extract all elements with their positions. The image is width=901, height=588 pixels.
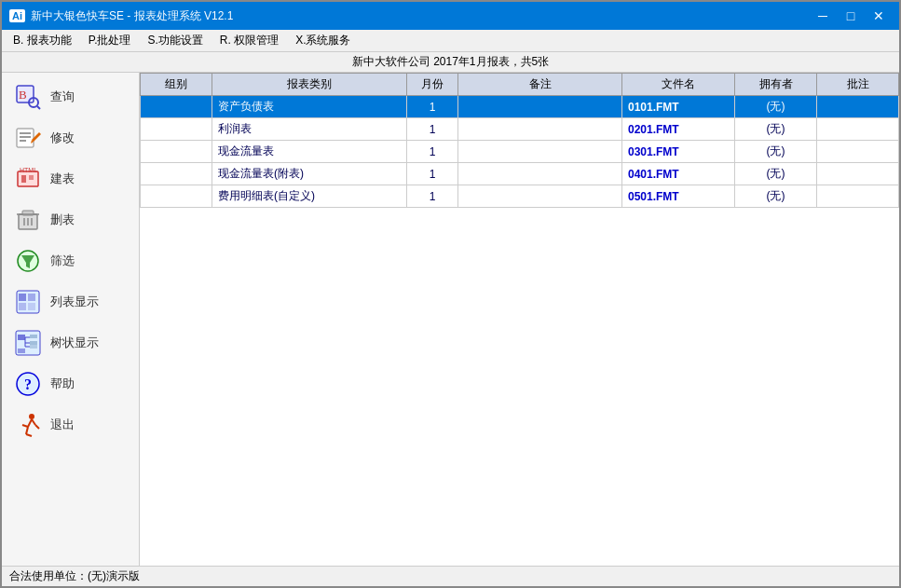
table-cell [141, 185, 212, 208]
table-cell [817, 185, 899, 208]
search-icon: B [13, 82, 43, 112]
table-cell [458, 96, 622, 118]
svg-rect-36 [18, 349, 25, 353]
col-header-group: 组别 [141, 74, 212, 96]
col-header-note: 备注 [458, 74, 622, 96]
title-bar: Ai 新中大银色快车SE - 报表处理系统 V12.1 ─ □ ✕ [2, 2, 899, 30]
table-row[interactable]: 现金流量表(附表)10401.FMT(无) [141, 163, 899, 185]
table-cell: 0501.FMT [622, 185, 735, 208]
svg-rect-26 [28, 303, 35, 310]
svg-rect-28 [18, 335, 25, 340]
sidebar-label-exit: 退出 [50, 417, 75, 433]
sidebar-item-listview[interactable]: 列表显示 [2, 281, 139, 322]
sidebar-item-edit[interactable]: 修改 [2, 117, 139, 158]
table-cell [817, 163, 899, 185]
table-cell [141, 141, 212, 163]
sidebar-label-treeview: 树状显示 [50, 335, 99, 351]
table-cell: 现金流量表(附表) [212, 163, 407, 185]
table-cell: 1 [407, 118, 458, 141]
filter-icon [13, 246, 43, 276]
sidebar-label-search: 查询 [50, 89, 75, 105]
status-text: 合法使用单位：(无)演示版 [9, 568, 140, 584]
svg-rect-35 [30, 345, 37, 349]
sidebar-item-build[interactable]: HTML 建表 [2, 158, 139, 199]
table-cell [458, 185, 622, 208]
app-logo: Ai [9, 9, 25, 22]
table-cell [141, 118, 212, 141]
svg-rect-25 [19, 303, 26, 310]
sidebar-label-filter: 筛选 [50, 253, 75, 269]
title-bar-controls: ─ □ ✕ [810, 7, 892, 25]
table-cell: (无) [735, 96, 817, 118]
table-cell: (无) [735, 163, 817, 185]
table-cell [141, 163, 212, 185]
sidebar-label-listview: 列表显示 [50, 294, 99, 310]
svg-line-42 [26, 427, 28, 434]
svg-rect-10 [18, 171, 38, 186]
sidebar: B 查询 修改 [2, 73, 140, 569]
table-row[interactable]: 现金流量表10301.FMT(无) [141, 141, 899, 163]
sidebar-item-exit[interactable]: 退出 [2, 404, 139, 445]
menu-report-function[interactable]: B. 报表功能 [6, 31, 79, 50]
table-cell: (无) [735, 185, 817, 208]
menu-batch[interactable]: P.批处理 [81, 31, 139, 50]
treeview-icon [13, 328, 43, 358]
svg-text:B: B [19, 88, 27, 102]
table-header-row: 组别 报表类别 月份 备注 文件名 拥有者 批注 [141, 74, 899, 96]
table-body: 资产负债表10101.FMT(无)利润表10201.FMT(无)现金流量表103… [141, 96, 899, 208]
info-text: 新中大软件公司 2017年1月报表，共5张 [352, 54, 549, 70]
menu-settings[interactable]: S.功能设置 [140, 31, 210, 50]
table-cell: 资产负债表 [212, 96, 407, 118]
table-row[interactable]: 利润表10201.FMT(无) [141, 118, 899, 141]
sidebar-item-filter[interactable]: 筛选 [2, 240, 139, 281]
table-cell: 0401.FMT [622, 163, 735, 185]
sidebar-item-delete[interactable]: 删表 [2, 199, 139, 240]
table-cell [817, 141, 899, 163]
table-cell [817, 96, 899, 118]
title-text: 新中大银色快车SE - 报表处理系统 V12.1 [31, 8, 233, 24]
svg-line-3 [37, 106, 40, 109]
table-cell: 0301.FMT [622, 141, 735, 163]
table-cell [458, 163, 622, 185]
data-table: 组别 报表类别 月份 备注 文件名 拥有者 批注 资产负债表10101.FMT(… [140, 73, 899, 208]
svg-text:?: ? [24, 376, 32, 392]
table-row[interactable]: 资产负债表10101.FMT(无) [141, 96, 899, 118]
table-cell: 费用明细表(自定义) [212, 185, 407, 208]
minimize-button[interactable]: ─ [810, 7, 836, 25]
help-icon: ? [13, 369, 43, 399]
svg-rect-24 [28, 294, 35, 301]
menu-bar: B. 报表功能 P.批处理 S.功能设置 R. 权限管理 X.系统服务 [2, 30, 899, 52]
table-cell: 1 [407, 96, 458, 118]
table-cell: 1 [407, 141, 458, 163]
menu-permissions[interactable]: R. 权限管理 [212, 31, 286, 50]
svg-line-43 [26, 434, 32, 436]
table-cell: 1 [407, 185, 458, 208]
table-cell: 0101.FMT [622, 96, 735, 118]
table-cell: (无) [735, 141, 817, 163]
table-cell: 利润表 [212, 118, 407, 141]
table-cell [458, 118, 622, 141]
svg-rect-11 [21, 175, 26, 183]
svg-rect-33 [30, 341, 37, 345]
delete-icon [13, 205, 43, 235]
title-bar-left: Ai 新中大银色快车SE - 报表处理系统 V12.1 [9, 8, 233, 24]
maximize-button[interactable]: □ [838, 7, 864, 25]
menu-system[interactable]: X.系统服务 [288, 31, 358, 50]
sidebar-label-build: 建表 [50, 171, 75, 187]
sidebar-label-edit: 修改 [50, 130, 75, 146]
col-header-month: 月份 [407, 74, 458, 96]
edit-icon [13, 123, 43, 153]
table-cell [141, 96, 212, 118]
table-cell: 现金流量表 [212, 141, 407, 163]
table-row[interactable]: 费用明细表(自定义)10501.FMT(无) [141, 185, 899, 208]
sidebar-item-treeview[interactable]: 树状显示 [2, 322, 139, 363]
info-bar: 新中大软件公司 2017年1月报表，共5张 [2, 52, 899, 73]
svg-line-44 [32, 419, 35, 425]
sidebar-item-search[interactable]: B 查询 [2, 76, 139, 117]
table-cell [817, 118, 899, 141]
svg-line-40 [28, 419, 32, 427]
svg-rect-12 [29, 175, 34, 180]
close-button[interactable]: ✕ [866, 7, 892, 25]
table-cell [458, 141, 622, 163]
sidebar-item-help[interactable]: ? 帮助 [2, 363, 139, 404]
